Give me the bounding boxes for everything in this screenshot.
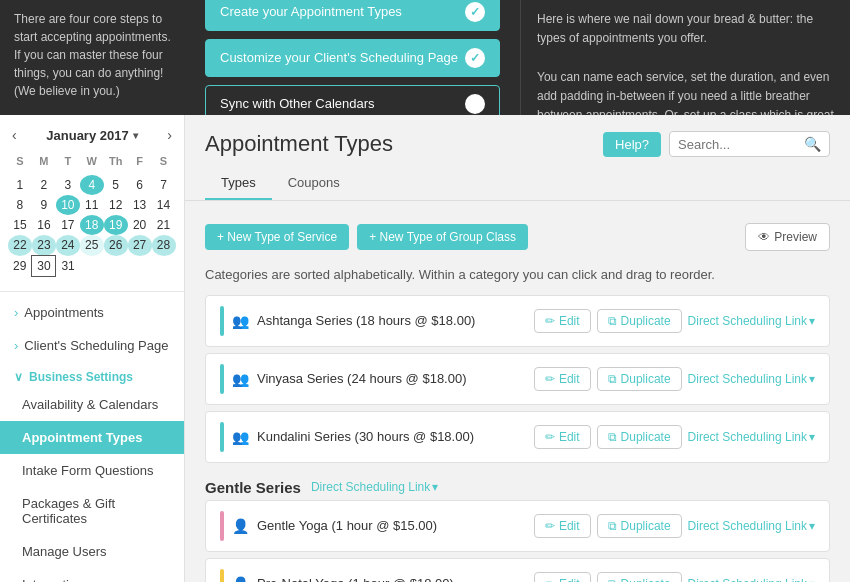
sidebar-item-intake-form[interactable]: Intake Form Questions xyxy=(0,454,184,487)
cal-cell[interactable]: 26 xyxy=(104,235,128,256)
sidebar-item-availability[interactable]: Availability & Calendars xyxy=(0,388,184,421)
sidebar-item-appointments[interactable]: › Appointments xyxy=(0,296,184,329)
cal-cell[interactable]: 14 xyxy=(152,195,176,215)
page-title: Appointment Types xyxy=(205,131,393,157)
cal-cell[interactable]: 3 xyxy=(56,175,80,195)
duplicate-button-gentle-yoga[interactable]: ⧉ Duplicate xyxy=(597,514,682,538)
tab-coupons[interactable]: Coupons xyxy=(272,167,356,200)
cal-cell[interactable]: 28 xyxy=(152,235,176,256)
step-3-check xyxy=(465,94,485,114)
sidebar-item-appointment-types[interactable]: Appointment Types xyxy=(0,421,184,454)
cal-cell[interactable] xyxy=(104,256,128,277)
service-left: 👥 Ashtanga Series (18 hours @ $18.00) xyxy=(220,306,475,336)
pencil-icon: ✏ xyxy=(545,519,555,533)
calendar-prev-button[interactable]: ‹ xyxy=(8,125,21,145)
service-left: 👥 Kundalini Series (30 hours @ $18.00) xyxy=(220,422,474,452)
step-customize-scheduling[interactable]: Customize your Client's Scheduling Page … xyxy=(205,39,500,77)
duplicate-button-ashtanga[interactable]: ⧉ Duplicate xyxy=(597,309,682,333)
cal-cell[interactable]: 25 xyxy=(80,235,104,256)
dropdown-icon: ▾ xyxy=(809,430,815,444)
cal-cell[interactable]: 12 xyxy=(104,195,128,215)
action-bar: + New Type of Service + New Type of Grou… xyxy=(185,213,850,261)
preview-button[interactable]: 👁 Preview xyxy=(745,223,830,251)
calendar-month-label: January 2017 xyxy=(46,128,128,143)
edit-button-prenatal[interactable]: ✏ Edit xyxy=(534,572,591,583)
cal-cell[interactable]: 9 xyxy=(32,195,56,215)
cal-cell[interactable]: 27 xyxy=(128,235,152,256)
cal-cell[interactable]: 8 xyxy=(8,195,32,215)
cal-cell[interactable]: 6 xyxy=(128,175,152,195)
cal-cell[interactable]: 29 xyxy=(8,256,32,277)
duplicate-button-kundalini[interactable]: ⧉ Duplicate xyxy=(597,425,682,449)
search-input[interactable] xyxy=(678,137,798,152)
cal-cell[interactable]: 22 xyxy=(8,235,32,256)
service-name: Ashtanga Series (18 hours @ $18.00) xyxy=(257,313,475,328)
availability-label: Availability & Calendars xyxy=(22,397,158,412)
cal-cell[interactable] xyxy=(128,256,152,277)
sidebar-section-business[interactable]: ∨ Business Settings xyxy=(0,362,184,388)
service-list: 👥 Ashtanga Series (18 hours @ $18.00) ✏ … xyxy=(185,295,850,463)
service-name: Pre-Natal Yoga (1 hour @ $18.00) xyxy=(257,576,454,582)
cal-cell[interactable]: 11 xyxy=(80,195,104,215)
person-icon: 👤 xyxy=(232,518,249,534)
direct-link-gentle-yoga[interactable]: Direct Scheduling Link ▾ xyxy=(688,519,815,533)
banner-steps: Create your Appointment Types ✓ Customiz… xyxy=(185,0,520,115)
cal-day-t1: T xyxy=(56,153,80,169)
sidebar-item-manage-users[interactable]: Manage Users xyxy=(0,535,184,568)
cal-cell[interactable]: 30 xyxy=(32,256,56,277)
sidebar-item-integrations[interactable]: Integrations xyxy=(0,568,184,582)
dropdown-icon: ▾ xyxy=(809,577,815,583)
edit-button-gentle-yoga[interactable]: ✏ Edit xyxy=(534,514,591,538)
direct-link-vinyasa[interactable]: Direct Scheduling Link ▾ xyxy=(688,372,815,386)
sidebar-item-packages[interactable]: Packages & Gift Certificates xyxy=(0,487,184,535)
calendar-next-button[interactable]: › xyxy=(163,125,176,145)
cal-cell[interactable]: 1 xyxy=(8,175,32,195)
direct-link-prenatal[interactable]: Direct Scheduling Link ▾ xyxy=(688,577,815,583)
appointments-label: Appointments xyxy=(24,305,104,320)
manage-users-label: Manage Users xyxy=(22,544,107,559)
info-text: Categories are sorted alphabetically. Wi… xyxy=(185,261,850,295)
cal-cell[interactable] xyxy=(80,256,104,277)
cal-cell[interactable]: 17 xyxy=(56,215,80,235)
cal-cell[interactable]: 19 xyxy=(104,215,128,235)
cal-cell[interactable]: 21 xyxy=(152,215,176,235)
service-item-prenatal-yoga: 👤 Pre-Natal Yoga (1 hour @ $18.00) ✏ Edi… xyxy=(205,558,830,583)
cal-cell[interactable]: 23 xyxy=(32,235,56,256)
gentle-series-direct-link[interactable]: Direct Scheduling Link ▾ xyxy=(311,480,438,494)
tab-types[interactable]: Types xyxy=(205,167,272,200)
dropdown-icon: ▾ xyxy=(809,372,815,386)
direct-link-ashtanga[interactable]: Direct Scheduling Link ▾ xyxy=(688,314,815,328)
cal-cell[interactable]: 31 xyxy=(56,256,80,277)
duplicate-button-vinyasa[interactable]: ⧉ Duplicate xyxy=(597,367,682,391)
content-area: Appointment Types Help? 🔍 Types Coupons … xyxy=(185,115,850,582)
cal-cell[interactable]: 15 xyxy=(8,215,32,235)
top-banner: There are four core steps to start accep… xyxy=(0,0,850,115)
cal-cell[interactable]: 5 xyxy=(104,175,128,195)
new-group-button[interactable]: + New Type of Group Class xyxy=(357,224,528,250)
cal-cell[interactable]: 18 xyxy=(80,215,104,235)
step-create-appointments[interactable]: Create your Appointment Types ✓ xyxy=(205,0,500,31)
service-color-indicator xyxy=(220,364,224,394)
cal-cell[interactable]: 7 xyxy=(152,175,176,195)
cal-day-m: M xyxy=(32,153,56,169)
new-service-button[interactable]: + New Type of Service xyxy=(205,224,349,250)
edit-button-ashtanga[interactable]: ✏ Edit xyxy=(534,309,591,333)
cal-cell[interactable] xyxy=(152,256,176,277)
direct-link-kundalini[interactable]: Direct Scheduling Link ▾ xyxy=(688,430,815,444)
cal-cell[interactable]: 2 xyxy=(32,175,56,195)
cal-cell[interactable]: 10 xyxy=(56,195,80,215)
copy-icon: ⧉ xyxy=(608,314,617,328)
duplicate-button-prenatal[interactable]: ⧉ Duplicate xyxy=(597,572,682,583)
cal-day-s2: S xyxy=(152,153,176,169)
cal-cell[interactable]: 20 xyxy=(128,215,152,235)
cal-cell[interactable]: 16 xyxy=(32,215,56,235)
cal-cell[interactable]: 24 xyxy=(56,235,80,256)
intake-form-label: Intake Form Questions xyxy=(22,463,154,478)
edit-button-vinyasa[interactable]: ✏ Edit xyxy=(534,367,591,391)
help-button[interactable]: Help? xyxy=(603,132,661,157)
action-buttons-left: + New Type of Service + New Type of Grou… xyxy=(205,224,528,250)
sidebar-item-scheduling-page[interactable]: › Client's Scheduling Page xyxy=(0,329,184,362)
cal-cell[interactable]: 13 xyxy=(128,195,152,215)
cal-cell[interactable]: 4 xyxy=(80,175,104,195)
edit-button-kundalini[interactable]: ✏ Edit xyxy=(534,425,591,449)
